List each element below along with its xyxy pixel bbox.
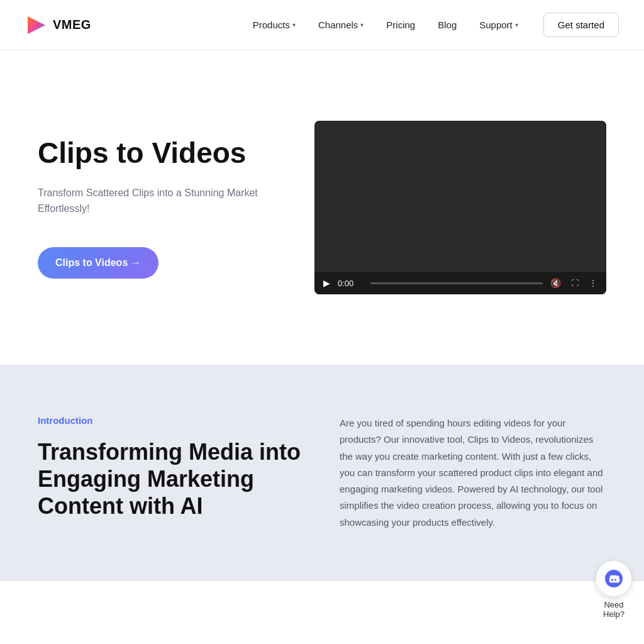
nav-products[interactable]: Products ▾ — [253, 19, 296, 30]
header: VMEG Products ▾ Channels ▾ Pricing Blog … — [0, 0, 644, 50]
logo[interactable]: VMEG — [25, 14, 91, 36]
intro-section: Introduction Transforming Media into Eng… — [0, 365, 644, 581]
video-controls: ▶ 0:00 🔇 ⛶ ⋮ — [314, 272, 606, 294]
chat-widget[interactable]: Need Help? — [596, 561, 631, 581]
time-display: 0:00 — [338, 279, 363, 288]
intro-left: Introduction Transforming Media into Eng… — [38, 415, 302, 520]
hero-cta-button[interactable]: Clips to Videos → — [38, 247, 158, 279]
nav-blog[interactable]: Blog — [438, 19, 457, 30]
hero-section: Clips to Videos Transform Scattered Clip… — [0, 50, 644, 365]
video-screen — [314, 121, 606, 272]
chevron-down-icon: ▾ — [292, 21, 296, 28]
chevron-down-icon: ▾ — [515, 21, 518, 28]
brand-name: VMEG — [53, 18, 91, 32]
hero-title: Clips to Videos — [38, 136, 277, 170]
intro-right: Are you tired of spending hours editing … — [340, 415, 606, 531]
hero-left: Clips to Videos Transform Scattered Clip… — [38, 136, 277, 279]
logo-icon — [25, 14, 48, 36]
play-button[interactable]: ▶ — [323, 278, 330, 288]
hero-subtitle: Transform Scattered Clips into a Stunnin… — [38, 185, 277, 217]
discord-icon — [605, 570, 623, 581]
intro-heading: Transforming Media into Engaging Marketi… — [38, 438, 302, 520]
main-nav: Products ▾ Channels ▾ Pricing Blog Suppo… — [253, 19, 518, 30]
nav-support[interactable]: Support ▾ — [479, 19, 518, 30]
fullscreen-icon[interactable]: ⛶ — [571, 279, 579, 287]
video-icon-group: 🔇 ⛶ ⋮ — [550, 278, 597, 288]
hero-right: ▶ 0:00 🔇 ⛶ ⋮ — [314, 121, 606, 294]
video-player: ▶ 0:00 🔇 ⛶ ⋮ — [314, 121, 606, 294]
more-options-icon[interactable]: ⋮ — [589, 278, 597, 288]
intro-body: Are you tired of spending hours editing … — [340, 415, 606, 531]
svg-marker-0 — [28, 16, 45, 34]
nav-pricing[interactable]: Pricing — [386, 19, 415, 30]
volume-icon[interactable]: 🔇 — [550, 278, 561, 288]
chat-bubble-button[interactable] — [596, 561, 631, 581]
intro-label: Introduction — [38, 415, 302, 426]
progress-bar[interactable] — [370, 282, 543, 284]
chevron-down-icon: ▾ — [360, 21, 364, 28]
nav-channels[interactable]: Channels ▾ — [318, 19, 364, 30]
get-started-button[interactable]: Get started — [543, 13, 619, 37]
